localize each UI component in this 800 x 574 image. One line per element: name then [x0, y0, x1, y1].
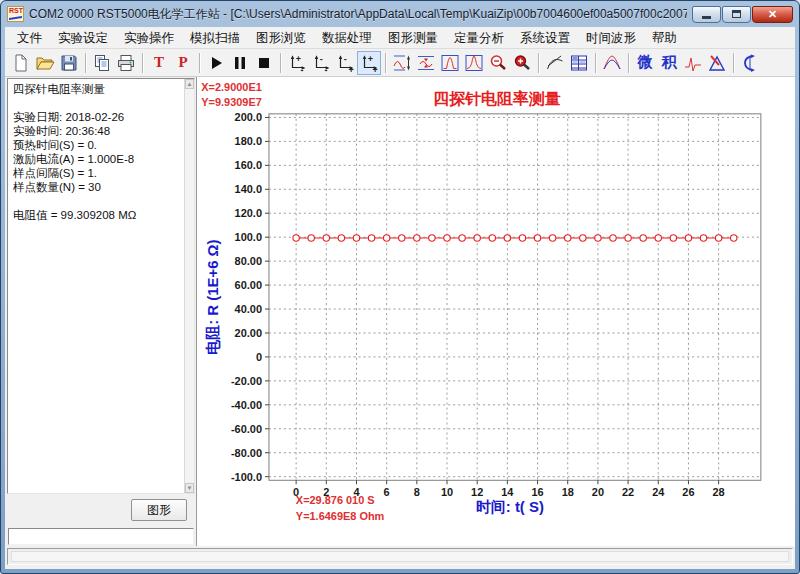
menu-item-2[interactable]: 实验操作 [116, 28, 182, 49]
zoom-in-icon[interactable] [510, 51, 534, 75]
data-point[interactable] [700, 235, 706, 241]
data-point[interactable] [534, 235, 540, 241]
integral-icon-glyph: 积 [662, 53, 677, 72]
stop-icon[interactable] [252, 51, 276, 75]
zoom-out-icon[interactable] [486, 51, 510, 75]
new-file-icon[interactable] [9, 51, 33, 75]
data-point[interactable] [685, 235, 691, 241]
rotate-3d-icon[interactable] [738, 51, 762, 75]
restore-button[interactable] [722, 6, 751, 23]
peak-narrow-icon[interactable] [438, 51, 462, 75]
menu-item-3[interactable]: 模拟扫描 [182, 28, 248, 49]
graph-button[interactable]: 图形 [131, 499, 187, 521]
minimize-button[interactable] [692, 6, 721, 23]
plot-border [269, 114, 761, 480]
print-icon[interactable] [114, 51, 138, 75]
tangent-icon[interactable] [543, 51, 567, 75]
toolbar-separator [142, 53, 143, 73]
data-point[interactable] [459, 235, 465, 241]
differential-icon[interactable]: 微 [633, 51, 657, 75]
data-point[interactable] [308, 235, 314, 241]
data-point[interactable] [474, 235, 480, 241]
data-point[interactable] [429, 235, 435, 241]
open-file-icon[interactable] [33, 51, 57, 75]
measure-icon[interactable] [705, 51, 729, 75]
minimize-icon [702, 16, 711, 19]
menu-item-9[interactable]: 时间波形 [578, 28, 644, 49]
experiment-info-panel[interactable]: 四探针电阻率测量 实验日期: 2018-02-26实验时间: 20:36:48预… [7, 78, 195, 494]
y-tick-label: -40.00 [231, 399, 262, 411]
chart-region[interactable]: 200.0180.0160.0140.0120.0100.080.0060.00… [197, 77, 795, 546]
text-t-icon[interactable]: T [147, 51, 171, 75]
data-point[interactable] [731, 235, 737, 241]
data-point[interactable] [655, 235, 661, 241]
data-point[interactable] [338, 235, 344, 241]
axis-plus-minus-icon[interactable]: +- [285, 51, 309, 75]
data-point[interactable] [444, 235, 450, 241]
y-tick-label: 0 [256, 351, 262, 363]
curve-vstretch-icon[interactable] [390, 51, 414, 75]
menu-item-6[interactable]: 图形测量 [380, 28, 446, 49]
axis-plus-plus-icon[interactable]: ++ [357, 51, 381, 75]
data-point[interactable] [595, 235, 601, 241]
data-point[interactable] [489, 235, 495, 241]
panel-line: 电阻值 = 99.309208 MΩ [13, 208, 182, 222]
panel-footer-field[interactable] [8, 528, 194, 545]
panel-line: 预热时间(S) = 0. [13, 138, 182, 152]
peak-wide-icon[interactable] [462, 51, 486, 75]
menu-item-5[interactable]: 数据处理 [314, 28, 380, 49]
save-icon[interactable] [57, 51, 81, 75]
panel-line: 激励电流(A) = 1.000E-8 [13, 152, 182, 166]
data-point[interactable] [549, 235, 555, 241]
scroll-up-icon[interactable]: ▲ [185, 79, 194, 89]
data-point[interactable] [565, 235, 571, 241]
x-axis-label: 时间: t( S) [476, 498, 544, 515]
data-point[interactable] [670, 235, 676, 241]
x-tick-label: 28 [713, 486, 725, 498]
data-point[interactable] [519, 235, 525, 241]
data-point[interactable] [368, 235, 374, 241]
data-point[interactable] [504, 235, 510, 241]
overlay-curves-icon[interactable] [600, 51, 624, 75]
menu-item-8[interactable]: 系统设置 [512, 28, 578, 49]
close-button[interactable]: ✕ [752, 6, 793, 23]
toolbar-separator [595, 53, 596, 73]
data-point[interactable] [399, 235, 405, 241]
data-point[interactable] [383, 235, 389, 241]
data-point[interactable] [323, 235, 329, 241]
integral-icon[interactable]: 积 [657, 51, 681, 75]
play-icon[interactable] [204, 51, 228, 75]
derivative-curve-icon[interactable] [681, 51, 705, 75]
data-point[interactable] [640, 235, 646, 241]
y-tick-label: 160.0 [235, 159, 262, 171]
menu-item-1[interactable]: 实验设定 [50, 28, 116, 49]
pause-icon[interactable] [228, 51, 252, 75]
data-point[interactable] [580, 235, 586, 241]
scroll-down-icon[interactable]: ▼ [185, 483, 194, 493]
x-tick-label: 20 [592, 486, 604, 498]
axis-minus-plus-icon[interactable]: -+ [333, 51, 357, 75]
data-table-icon[interactable] [567, 51, 591, 75]
menu-item-0[interactable]: 文件 [9, 28, 50, 49]
data-point[interactable] [715, 235, 721, 241]
menu-item-10[interactable]: 帮助 [644, 28, 685, 49]
cursor-x-bottom: X=29.876 010 S [296, 494, 375, 506]
curve-compress-icon[interactable] [414, 51, 438, 75]
y-tick-label: 20.00 [235, 327, 262, 339]
data-point[interactable] [625, 235, 631, 241]
x-tick-label: 16 [531, 486, 543, 498]
title-bar[interactable]: RST COM2 0000 RST5000电化学工作站 - [C:\Users\… [1, 1, 799, 27]
text-p-icon[interactable]: P [171, 51, 195, 75]
axis-minus-minus-icon[interactable]: -- [309, 51, 333, 75]
data-point[interactable] [353, 235, 359, 241]
data-point[interactable] [293, 235, 299, 241]
data-point[interactable] [414, 235, 420, 241]
menu-item-7[interactable]: 定量分析 [446, 28, 512, 49]
chart-title: 四探针电阻率测量 [433, 89, 560, 107]
menu-item-4[interactable]: 图形浏览 [248, 28, 314, 49]
panel-scrollbar[interactable]: ▲ ▼ [184, 79, 194, 493]
copy-icon[interactable] [90, 51, 114, 75]
panel-line: 样点间隔(S) = 1. [13, 166, 182, 180]
data-point[interactable] [610, 235, 616, 241]
app-icon[interactable]: RST [7, 6, 24, 22]
